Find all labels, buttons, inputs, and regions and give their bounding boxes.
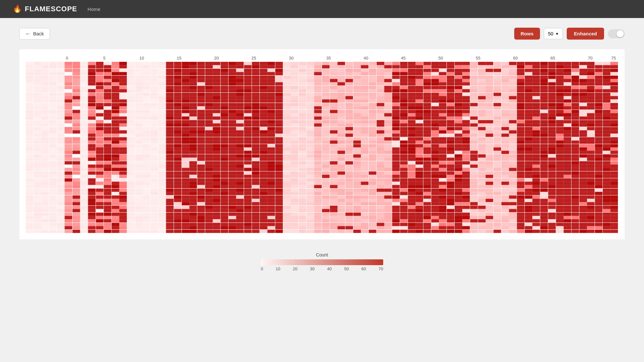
rows-dropdown[interactable]: 50 ▼ [544, 28, 563, 39]
x-tick: 70 [572, 56, 609, 60]
legend-tick-label: 10 [276, 266, 280, 271]
legend-tick-label: 20 [293, 266, 297, 271]
legend-tick-label: 0 [261, 266, 263, 271]
logo-emoji: 🔥 [13, 5, 22, 13]
back-label: Back [33, 31, 44, 36]
back-arrow-icon: ← [25, 31, 31, 37]
legend-bar-container: 010203040506070 [261, 259, 383, 271]
toggle-knob [617, 30, 624, 37]
x-tick: 75 [609, 56, 618, 60]
x-axis: 051015202530354045505560657075 [48, 56, 618, 60]
legend: Count 010203040506070 [19, 252, 625, 271]
x-tick: 55 [459, 56, 497, 60]
x-tick: 30 [272, 56, 310, 60]
navbar: 🔥 FLAMESCOPE Home [0, 0, 644, 18]
x-tick: 40 [347, 56, 385, 60]
x-tick: 65 [534, 56, 572, 60]
legend-bar [261, 259, 383, 265]
x-tick: 20 [198, 56, 235, 60]
x-tick: 45 [385, 56, 422, 60]
legend-tick-label: 50 [344, 266, 349, 271]
x-tick: 0 [48, 56, 86, 60]
legend-tick-label: 60 [361, 266, 366, 271]
x-tick: 10 [123, 56, 160, 60]
heatmap-wrapper [26, 62, 618, 233]
logo-text: FLAMESCOPE [25, 5, 77, 13]
chevron-down-icon: ▼ [555, 32, 559, 36]
legend-tick-label: 30 [310, 266, 315, 271]
legend-tick-label: 40 [327, 266, 332, 271]
x-tick: 50 [422, 56, 459, 60]
main-content: ← Back Rows 50 ▼ Enhanced 05101520253035… [0, 18, 644, 281]
rows-button[interactable]: Rows [514, 28, 540, 40]
rows-value: 50 [548, 31, 554, 36]
x-tick: 25 [235, 56, 272, 60]
x-tick: 35 [310, 56, 347, 60]
toolbar-right: Rows 50 ▼ Enhanced [514, 28, 625, 40]
heatmap-canvas [26, 62, 618, 233]
x-tick: 5 [86, 56, 123, 60]
x-tick: 60 [497, 56, 534, 60]
legend-labels: 010203040506070 [261, 266, 383, 271]
enhanced-button[interactable]: Enhanced [567, 28, 604, 40]
toolbar: ← Back Rows 50 ▼ Enhanced [19, 28, 625, 40]
logo-area: 🔥 FLAMESCOPE [13, 5, 77, 13]
back-button[interactable]: ← Back [19, 28, 50, 40]
nav-home-link[interactable]: Home [88, 6, 100, 12]
x-tick: 15 [160, 56, 198, 60]
enhanced-toggle[interactable] [608, 29, 625, 38]
legend-title: Count [316, 252, 328, 257]
legend-tick-label: 70 [379, 266, 383, 271]
chart-container: 051015202530354045505560657075 [19, 49, 625, 239]
